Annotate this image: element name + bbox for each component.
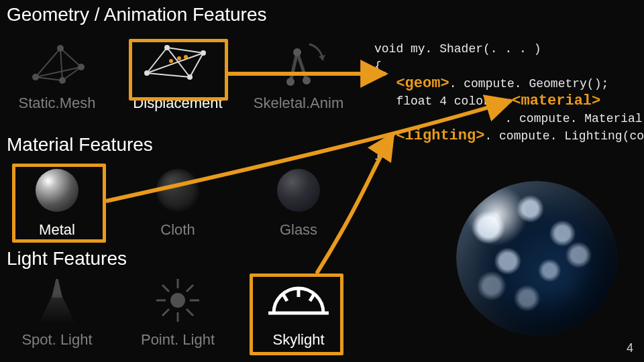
heading-geometry: Geometry / Animation Features bbox=[7, 4, 267, 25]
heading-material: Material Features bbox=[7, 134, 153, 156]
material-feature-row: Metal Cloth Glass bbox=[7, 164, 362, 239]
svg-line-37 bbox=[162, 309, 169, 316]
geometry-feature-row: Static.Mesh Displacement bbox=[7, 37, 362, 112]
svg-point-21 bbox=[177, 56, 181, 60]
svg-line-35 bbox=[186, 309, 193, 316]
spotlight-icon bbox=[17, 274, 97, 327]
svg-point-16 bbox=[144, 70, 150, 76]
pointlight-icon bbox=[138, 274, 218, 327]
svg-point-26 bbox=[293, 48, 301, 56]
feature-label: Glass bbox=[280, 221, 317, 239]
code-line: { bbox=[374, 60, 382, 73]
code-keyword-material: <material> bbox=[512, 93, 600, 109]
code-keyword-geom: <geom> bbox=[396, 75, 449, 92]
feature-metal: Metal bbox=[7, 164, 107, 239]
code-line: } bbox=[374, 147, 382, 160]
feature-pointlight: Point. Light bbox=[127, 274, 228, 349]
svg-line-40 bbox=[283, 294, 287, 301]
svg-point-29 bbox=[170, 293, 185, 308]
svg-point-18 bbox=[201, 50, 206, 56]
feature-skylight: Skylight bbox=[248, 274, 349, 349]
code-keyword-lighting: <lighting> bbox=[396, 127, 484, 144]
svg-line-36 bbox=[186, 285, 193, 292]
svg-point-7 bbox=[57, 45, 64, 52]
svg-line-1 bbox=[60, 48, 81, 67]
shader-code-block: void my. Shader(. . . ) { <geom>. comput… bbox=[374, 23, 644, 162]
skylight-icon bbox=[258, 274, 339, 327]
svg-point-19 bbox=[187, 74, 193, 80]
feature-static-mesh: Static.Mesh bbox=[7, 37, 107, 112]
static-mesh-icon bbox=[17, 37, 97, 90]
page-number: 4 bbox=[627, 341, 633, 355]
svg-point-22 bbox=[184, 55, 188, 59]
feature-label: Metal bbox=[39, 221, 75, 239]
heading-light: Light Features bbox=[7, 248, 127, 269]
feature-label: Point. Light bbox=[141, 331, 215, 349]
svg-line-34 bbox=[162, 285, 169, 292]
glass-sphere-icon bbox=[258, 164, 339, 217]
feature-label: Skeletal.Anim bbox=[254, 95, 344, 112]
svg-point-20 bbox=[169, 59, 173, 63]
svg-line-23 bbox=[290, 52, 297, 82]
feature-displacement: Displacement bbox=[127, 37, 228, 112]
svg-line-3 bbox=[36, 77, 62, 80]
feature-label: Skylight bbox=[272, 331, 324, 349]
svg-marker-28 bbox=[319, 55, 325, 60]
svg-line-11 bbox=[167, 48, 203, 53]
svg-point-8 bbox=[78, 64, 85, 70]
cloth-sphere-icon bbox=[138, 164, 218, 217]
code-line: float 4 color = bbox=[374, 95, 512, 108]
svg-point-9 bbox=[59, 77, 66, 84]
displacement-icon bbox=[138, 37, 218, 90]
svg-line-41 bbox=[310, 294, 314, 301]
code-line: void my. Shader(. . . ) bbox=[374, 42, 541, 56]
code-call: . compute. Material(); bbox=[504, 112, 644, 125]
svg-point-6 bbox=[32, 74, 39, 80]
light-feature-row: Spot. Light Point. Light bbox=[7, 274, 362, 349]
svg-point-27 bbox=[303, 76, 311, 84]
code-call: . compute. Geometry(); bbox=[449, 77, 609, 90]
feature-label: Displacement bbox=[133, 95, 222, 112]
svg-line-5 bbox=[60, 48, 62, 80]
feature-label: Spot. Light bbox=[21, 331, 92, 349]
feature-skeletal-anim: Skeletal.Anim bbox=[248, 37, 349, 112]
skeletal-anim-icon bbox=[258, 37, 339, 90]
feature-cloth: Cloth bbox=[127, 164, 228, 239]
feature-glass: Glass bbox=[248, 164, 349, 239]
code-call: . compute. Lighting(color); bbox=[484, 129, 644, 143]
feature-spotlight: Spot. Light bbox=[7, 274, 107, 349]
metal-sphere-icon bbox=[17, 164, 97, 217]
svg-point-25 bbox=[286, 78, 294, 86]
feature-label: Static.Mesh bbox=[19, 95, 96, 112]
svg-line-13 bbox=[147, 73, 190, 77]
rendered-blob-sphere-icon bbox=[456, 181, 617, 335]
svg-line-24 bbox=[297, 52, 307, 80]
feature-label: Cloth bbox=[160, 221, 195, 239]
svg-point-17 bbox=[164, 45, 170, 50]
